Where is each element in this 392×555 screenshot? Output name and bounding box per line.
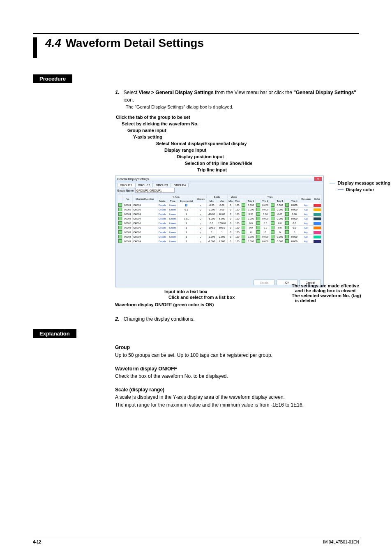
group-name-input[interactable] <box>135 188 175 193</box>
dialog-close-button[interactable]: x <box>314 177 322 181</box>
procedure-label: Procedure <box>33 74 72 83</box>
table-row[interactable]: 00007CH007DetailsLinear1✓0101000000Alg <box>118 230 322 235</box>
callout-waveform-no: Select by clicking the waveform No. <box>115 121 345 127</box>
callout-range: Display range input <box>115 147 345 154</box>
wf-heading: Waveform display ON/OFF <box>115 365 359 373</box>
step-1-text: Select View > General Display Settings f… <box>124 89 359 104</box>
display-checkbox[interactable] <box>118 203 122 207</box>
scale-text-2: The input range for the maximum value an… <box>115 401 359 409</box>
color-swatch[interactable] <box>314 222 321 225</box>
color-swatch[interactable] <box>314 217 321 220</box>
step-2-number: 2. <box>115 316 120 322</box>
callout-trip-input: Trip line input <box>115 167 345 173</box>
color-swatch[interactable] <box>314 231 321 234</box>
page-number: 4-12 <box>33 540 41 544</box>
table-row[interactable]: 00005CH005DetailsLinear1✓0.01760.001000.… <box>118 221 322 226</box>
doc-number: IM 04L47B01-01EN <box>323 540 359 544</box>
table-row[interactable]: 00001CH001DetailsLinear1✓-0.000.0001000.… <box>118 203 322 208</box>
step-2-text: Changing the display conditions. <box>124 315 195 323</box>
group-tab[interactable]: GROUP4 <box>171 183 189 187</box>
section-marker <box>33 37 37 58</box>
delete-button[interactable]: Delete <box>254 280 275 285</box>
group-tab[interactable]: GROUP2 <box>135 183 153 187</box>
callout-ok-effect-2: and the dialog box is closed <box>292 288 392 293</box>
display-checkbox[interactable] <box>118 208 122 211</box>
color-swatch[interactable] <box>314 213 321 216</box>
color-swatch[interactable] <box>314 240 321 243</box>
step-1-number: 1. <box>115 89 120 95</box>
color-swatch[interactable] <box>314 227 321 229</box>
wf-text: Check the box of the waveform No. to be … <box>115 372 359 380</box>
display-checkbox[interactable] <box>118 226 122 229</box>
section-title: Waveform Detail Settings <box>65 37 204 49</box>
display-checkbox[interactable] <box>118 235 122 238</box>
table-row[interactable]: 00004CH004DetailsLinear0.01✓-6.0006.0000… <box>118 217 322 221</box>
callout-ok-effect-1: The settings are made effective <box>292 283 392 288</box>
scale-heading: Scale (display range) <box>115 386 359 394</box>
scale-text-1: A scale is displayed in the Y-axis displ… <box>115 393 359 401</box>
callout-color: Display color <box>346 187 374 193</box>
table-row[interactable]: 00003CH003DetailsLinear1✓-20.0020.000100… <box>118 212 322 217</box>
display-checkbox[interactable] <box>118 217 122 220</box>
color-swatch[interactable] <box>314 208 321 211</box>
callout-trip-showhide: Selection of trip line Show/Hide <box>115 160 345 167</box>
dialog-title: General Display Settings <box>117 178 149 180</box>
step-1-note: The "Genral Display Settings" dialog box… <box>126 104 359 109</box>
callout-position: Display position input <box>115 154 345 160</box>
table-row[interactable]: 00002CH002DetailsLinear0.1✓-2.0002.00010… <box>118 208 322 212</box>
callout-display-type: Select Normal display/Exponential displa… <box>115 141 345 147</box>
color-swatch[interactable] <box>314 204 321 207</box>
display-checkbox[interactable] <box>118 239 122 243</box>
group-tab[interactable]: GROUP1 <box>117 183 135 187</box>
display-checkbox[interactable] <box>118 230 122 234</box>
table-row[interactable]: 00006CH006DetailsLinear1✓-200.0500.00100… <box>118 226 322 230</box>
group-tab[interactable]: GROUP3 <box>153 183 171 187</box>
callout-message: Display message setting <box>338 180 390 187</box>
display-checkbox[interactable] <box>118 221 122 225</box>
figure-callouts: Click the tab of the group to be set Sel… <box>115 114 345 287</box>
display-checkbox[interactable] <box>118 212 122 216</box>
group-heading: Group <box>115 344 359 352</box>
settings-table: No. Channel Number Y-Axis Display Scale … <box>117 194 322 244</box>
general-display-settings-dialog: General Display Settings x GROUP1GROUP2G… <box>115 176 324 287</box>
table-row[interactable]: 00008CH008DetailsLinear1✓-2.0002.0000100… <box>118 235 322 239</box>
group-text: Up to 50 groups can be set. Up to 100 ta… <box>115 352 359 359</box>
callout-delete-effect-2: is deleted <box>292 298 392 303</box>
color-swatch[interactable] <box>314 236 321 238</box>
callout-yaxis: Y-axis setting <box>115 134 345 141</box>
explanation-label: Explanation <box>33 329 76 338</box>
callout-tab: Click the tab of the group to be set <box>115 114 345 121</box>
group-name-label: Group Name <box>117 189 134 192</box>
callout-group-name: Group name input <box>115 127 345 134</box>
table-row[interactable]: 00009CH009DetailsLinear1✓-2.0002.0000100… <box>118 239 322 244</box>
section-number: 4.4 <box>45 37 61 49</box>
callout-delete-effect-1: The selected waveform No. (tag) <box>292 293 392 298</box>
